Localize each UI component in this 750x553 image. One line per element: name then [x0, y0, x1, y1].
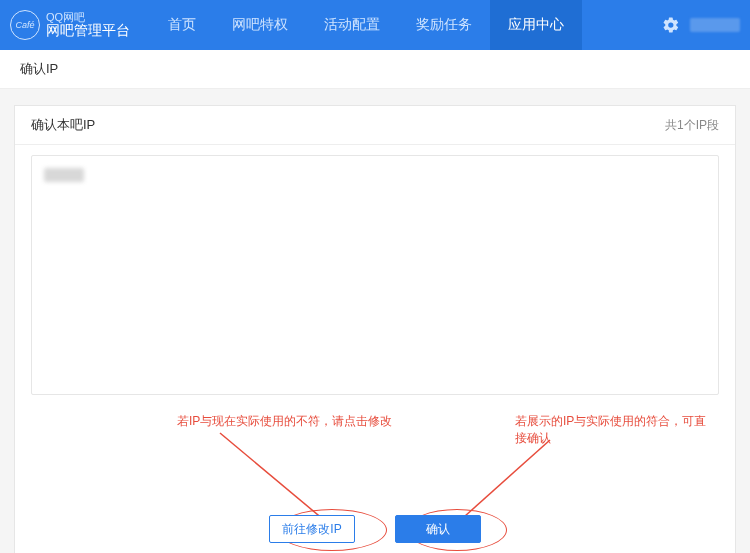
annotation-right: 若展示的IP与实际使用的符合，可直接确认	[515, 413, 715, 447]
nav-home[interactable]: 首页	[150, 0, 214, 50]
modify-ip-button[interactable]: 前往修改IP	[269, 515, 355, 543]
breadcrumb-title: 确认IP	[20, 61, 58, 76]
gear-icon[interactable]	[662, 16, 680, 34]
header-right	[662, 16, 740, 34]
ip-entry	[44, 168, 84, 182]
panel-body: 若IP与现在实际使用的不符，请点击修改 若展示的IP与实际使用的符合，可直接确认…	[15, 145, 735, 553]
nav-reward[interactable]: 奖励任务	[398, 0, 490, 50]
breadcrumb-bar: 确认IP	[0, 50, 750, 89]
ip-list-box	[31, 155, 719, 395]
logo-text: QQ网吧 网吧管理平台	[46, 11, 130, 38]
user-label[interactable]	[690, 18, 740, 32]
logo: Café QQ网吧 网吧管理平台	[10, 10, 130, 40]
logo-badge-icon: Café	[10, 10, 40, 40]
button-row: 前往修改IP 确认	[15, 515, 735, 543]
panel-header: 确认本吧IP 共1个IP段	[15, 106, 735, 145]
svg-line-0	[220, 433, 330, 525]
ip-count: 共1个IP段	[665, 117, 719, 134]
confirm-button[interactable]: 确认	[395, 515, 481, 543]
svg-line-1	[455, 440, 550, 525]
panel-title: 确认本吧IP	[31, 116, 95, 134]
logo-line2: 网吧管理平台	[46, 23, 130, 38]
nav-activity[interactable]: 活动配置	[306, 0, 398, 50]
nav-privilege[interactable]: 网吧特权	[214, 0, 306, 50]
nav-appcenter[interactable]: 应用中心	[490, 0, 582, 50]
nav: 首页 网吧特权 活动配置 奖励任务 应用中心	[150, 0, 582, 50]
main-panel: 确认本吧IP 共1个IP段 若IP与现在实际使用的不符，请点击修改 若展示的IP…	[14, 105, 736, 553]
annotation-left: 若IP与现在实际使用的不符，请点击修改	[177, 413, 392, 430]
top-header: Café QQ网吧 网吧管理平台 首页 网吧特权 活动配置 奖励任务 应用中心	[0, 0, 750, 50]
